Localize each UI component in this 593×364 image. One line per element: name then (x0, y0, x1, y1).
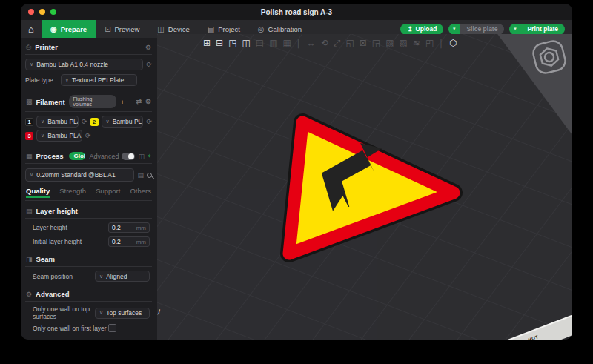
mesh-boolean-icon: ◲ (372, 38, 380, 48)
scope-global[interactable]: Global (69, 152, 86, 160)
color-paint-icon: ◰ (425, 38, 434, 48)
filament-2-dropdown[interactable]: ∨ Bambu PLA Basic (102, 116, 144, 128)
auto-arrange-icon[interactable]: ◳ (228, 38, 236, 48)
filament-icon: ▩ (26, 98, 33, 105)
filament-3-badge[interactable]: 3 (25, 132, 33, 140)
process-scope-toggle[interactable]: Global Objects (69, 152, 86, 160)
layer-height-label: Layer height (33, 224, 108, 231)
slice-plate-split-button: ▾ Slice plate (448, 24, 504, 35)
split-objects-icon[interactable]: ◫ (242, 38, 250, 48)
layout-icon-1: ▤ (256, 38, 264, 48)
text-icon: ≋ (413, 38, 420, 48)
minimize-window-icon[interactable] (39, 9, 45, 15)
app-window: Polish road sign A-3 ⌂ ◉ Prepare ⊡ Previ… (21, 4, 572, 340)
filament-2-edit-icon[interactable]: ⟳ (146, 118, 152, 125)
seam-paint-icon: ▨ (399, 38, 407, 48)
slice-plate-button[interactable]: Slice plate (460, 24, 504, 35)
filament-settings-gear-icon[interactable]: ⚙ (145, 98, 151, 105)
nav-cube[interactable] (528, 36, 571, 79)
chevron-down-icon: ∨ (41, 133, 44, 139)
print-plate-split-button: ▾ Print plate (509, 24, 565, 35)
seam-position-dropdown[interactable]: ∨ Aligned (95, 271, 150, 282)
sidebar: ⎙ Printer ⚙ ∨ Bambu Lab A1 0.4 nozzle ⟳ … (21, 38, 157, 340)
desktop: Polish road sign A-3 ⌂ ◉ Prepare ⊡ Previ… (0, 0, 593, 364)
printer-sync-icon[interactable]: ⟳ (146, 61, 152, 68)
layout-icon-3: ▦ (283, 38, 291, 48)
toolbar-separator: │ (439, 39, 444, 47)
road-sign-model[interactable] (267, 82, 489, 282)
printer-settings-gear-icon[interactable]: ⚙ (145, 44, 151, 51)
support-paint-icon: ▧ (385, 38, 394, 48)
window-title: Polish road sign A-3 (261, 8, 332, 16)
seam-icon: ◨ (26, 256, 33, 263)
chevron-down-icon: ∨ (30, 62, 33, 67)
cut-icon: ⊠ (360, 38, 367, 48)
project-icon: ▤ (208, 25, 214, 33)
tab-quality[interactable]: Quality (26, 187, 50, 198)
flushing-volumes-button[interactable]: Flushing volumes (69, 95, 117, 108)
printer-icon: ⎙ (26, 43, 31, 51)
move-icon: ↔ (307, 38, 316, 48)
traffic-lights (28, 9, 56, 15)
advanced-toggle[interactable] (122, 153, 135, 160)
toolbar-separator: │ (296, 39, 302, 47)
tab-preview[interactable]: ⊡ Preview (96, 20, 148, 38)
filament-3-edit-icon[interactable]: ⟳ (85, 132, 91, 139)
calibration-icon: ◎ (258, 25, 265, 33)
ams-sync-icon[interactable]: ⇄ (136, 98, 142, 105)
filament-3-dropdown[interactable]: ∨ Bambu PLA Basic (36, 130, 82, 142)
upload-button[interactable]: ↥ Upload (400, 24, 443, 35)
assembly-view-icon[interactable]: ⬡ (449, 38, 457, 48)
home-button[interactable]: ⌂ (21, 20, 42, 38)
initial-layer-height-label: Initial layer height (33, 238, 108, 245)
add-filament-button[interactable]: + (120, 98, 125, 106)
layer-height-input[interactable]: 0.2 mm (108, 222, 150, 233)
initial-layer-height-input[interactable]: 0.2 mm (108, 236, 150, 247)
plate-type-label: Plate type (25, 76, 53, 84)
tab-others[interactable]: Others (130, 187, 151, 198)
add-object-icon[interactable]: ⊞ (203, 38, 211, 48)
params-tree-icon[interactable]: ⌖ (148, 152, 151, 160)
chevron-down-icon: ∨ (30, 172, 33, 178)
chevron-down-icon: ∨ (106, 119, 110, 125)
slice-options-button[interactable]: ▾ (448, 24, 460, 35)
advanced-icon: ⚙ (26, 291, 32, 298)
zoom-window-icon[interactable] (50, 9, 56, 15)
scale-icon: ⤢ (334, 38, 341, 48)
one-wall-first-layer-checkbox[interactable] (108, 324, 116, 332)
filament-2-badge[interactable]: 2 (90, 118, 99, 126)
layer-height-icon: ▤ (26, 208, 33, 215)
home-icon: ⌂ (28, 24, 34, 35)
chevron-down-icon: ▾ (453, 26, 456, 32)
process-preset-dropdown[interactable]: ∨ 0.20mm Standard @BBL A1 (25, 168, 134, 182)
objects-table-icon[interactable]: ◫ (138, 153, 145, 160)
one-wall-top-dropdown[interactable]: ∨ Top surfaces (95, 308, 150, 319)
printer-section-header: ⎙ Printer ⚙ (25, 40, 152, 55)
seam-position-label: Seam position (33, 273, 95, 280)
chevron-down-icon: ∨ (99, 310, 103, 316)
tab-strength[interactable]: Strength (59, 187, 86, 198)
printer-preset-dropdown[interactable]: ∨ Bambu Lab A1 0.4 nozzle (25, 59, 143, 70)
tab-support[interactable]: Support (96, 187, 120, 198)
add-plate-icon[interactable]: ⊟ (216, 38, 223, 48)
process-icon: ▦ (26, 153, 33, 160)
layout-icon-2: ▥ (269, 38, 277, 48)
advanced-label: Advanced (89, 153, 119, 160)
filament-1-badge[interactable]: 1 (25, 118, 33, 126)
preview-icon: ⊡ (105, 25, 110, 33)
upload-icon: ↥ (407, 25, 412, 33)
print-options-button[interactable]: ▾ (509, 24, 520, 35)
filament-1-dropdown[interactable]: ∨ Bambu PLA Basic (36, 116, 79, 128)
filament-1-edit-icon[interactable]: ⟳ (82, 118, 87, 125)
action-buttons: ↥ Upload ▾ Slice plate ▾ Print plate (400, 24, 572, 35)
chevron-down-icon: ▾ (514, 26, 517, 32)
save-preset-icon[interactable]: ▤ (137, 171, 144, 179)
remove-filament-button[interactable]: − (128, 98, 133, 106)
search-icon[interactable] (147, 173, 152, 178)
viewport-canvas[interactable]: ⊞ ⊟ ◳ ◫ ▤ ▥ ▦ │ ↔ ⟲ ⤢ ◱ ⊠ ◲ ▧ ▨ ≋ ◰ │ ⬡ (157, 34, 572, 340)
filament-section-header: ▩ Filament Flushing volumes + − ⇄ ⚙ (25, 92, 152, 112)
plate-type-dropdown[interactable]: ∨ Textured PEI Plate (61, 74, 137, 86)
print-plate-button[interactable]: Print plate (520, 24, 565, 35)
tab-prepare[interactable]: ◉ Prepare (42, 20, 96, 38)
close-window-icon[interactable] (28, 9, 34, 15)
